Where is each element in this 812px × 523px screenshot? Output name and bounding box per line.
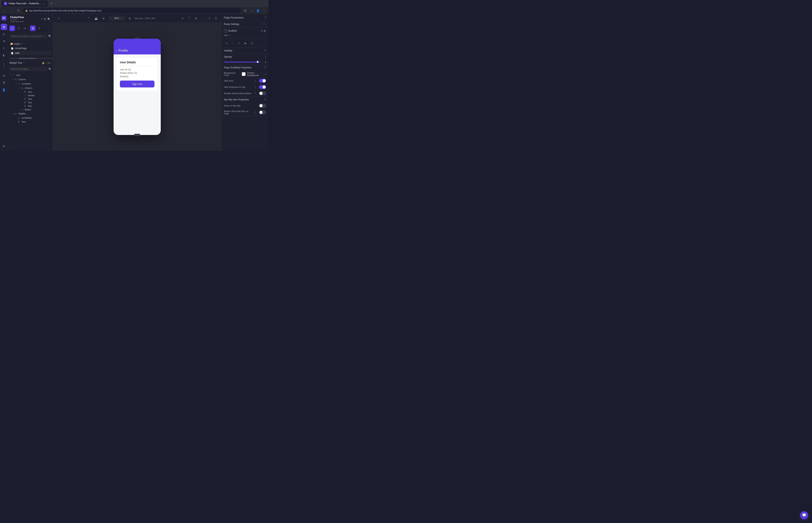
canvas-type-btn[interactable]: T — [206, 15, 212, 21]
widget-search-input[interactable] — [10, 67, 47, 71]
tree-item-text-appbar[interactable]: T Text — [8, 120, 53, 124]
search-input[interactable] — [10, 34, 47, 39]
tree-item-text-4[interactable]: T Text — [8, 104, 53, 108]
play-icon-btn[interactable]: ▶ — [243, 40, 248, 46]
tree-link-btn-iconbtn[interactable]: ↗ — [48, 116, 51, 120]
scaffold-copy-icon[interactable]: ⊡ — [261, 30, 263, 32]
grid-icon-btn[interactable]: ⊡ — [249, 40, 254, 46]
address-bar[interactable]: 🔒 app.flutterflow.io/project/flutter-flo… — [23, 8, 241, 13]
pages-help-icon[interactable]: ? — [21, 43, 22, 45]
fit-screen-btn[interactable]: ⊞ — [127, 15, 133, 21]
tree-add-btn-user[interactable]: + — [44, 73, 48, 77]
tree-add-btn-col2[interactable]: + — [44, 87, 48, 90]
tree-item-column-2[interactable]: ▼ ⊟ Column + − — [8, 86, 53, 90]
add-widget-icon[interactable]: + — [46, 62, 47, 64]
pages-icon[interactable]: ◫ — [1, 31, 7, 37]
safe-area-toggle[interactable] — [259, 79, 266, 83]
scaffold-delete-icon[interactable]: 🗑 — [264, 30, 266, 32]
new-tab-button[interactable]: + — [49, 1, 54, 6]
phone-back-icon[interactable]: ‹ — [116, 49, 117, 52]
mobile-device-btn[interactable]: 📱 — [86, 15, 92, 21]
panel-btn-3[interactable]: ◔ — [22, 25, 28, 31]
disable-android-toggle[interactable] — [259, 91, 266, 95]
page-parameters-help[interactable]: ? — [265, 16, 266, 19]
extensions-button[interactable]: ⊞ — [242, 8, 248, 13]
desktop-device-btn[interactable]: 🖥 — [101, 15, 107, 21]
tab-close-button[interactable]: × — [42, 2, 46, 5]
zoom-out-btn[interactable]: − — [110, 16, 113, 20]
tablet-device-btn[interactable]: 💻 — [93, 15, 99, 21]
tree-item-text-1[interactable]: T Text — [8, 90, 53, 94]
opacity-slider[interactable] — [224, 61, 260, 63]
scaffold-properties-header[interactable]: Page (Scaffold) Properties ? ˅ — [221, 65, 268, 71]
build-icon[interactable]: ⊞ — [1, 24, 7, 30]
sort-widget-icon[interactable]: ≡ — [50, 62, 51, 64]
canvas-content[interactable]: ‹ Profile User Details User ID: [1] Disp… — [53, 23, 221, 151]
list-icon-btn[interactable]: ≡ — [236, 40, 242, 46]
disable-android-help-icon[interactable]: ? — [255, 92, 256, 94]
nav-bar-header[interactable]: Nav Bar Item Properties ? ˅ — [221, 97, 268, 103]
properties-icon-btn[interactable]: ✦ — [224, 40, 229, 46]
show-nav-toggle[interactable] — [259, 104, 266, 108]
tree-add-btn-col1[interactable]: + — [44, 78, 48, 81]
widget-tree-icon[interactable]: ≡ — [1, 45, 7, 51]
profile-button[interactable]: 👤 — [255, 8, 260, 13]
route-settings-help-icon[interactable]: ? — [263, 23, 264, 25]
hide-keyboard-toggle[interactable] — [259, 85, 266, 89]
canvas-align-btn[interactable]: ↕ — [200, 15, 205, 21]
tree-more-btn-col1[interactable]: − — [48, 78, 51, 81]
settings-icon[interactable]: ⚙ — [1, 143, 7, 149]
phone-sign-out-btn[interactable]: Sign Out — [120, 80, 155, 87]
tree-item-button[interactable]: ▭ Button — [8, 108, 53, 111]
tree-item-user[interactable]: ▼ 📱 user + − — [8, 73, 53, 77]
canvas-expand-btn[interactable]: ⊡ — [213, 15, 219, 21]
always-show-nav-toggle[interactable] — [259, 110, 266, 114]
always-show-nav-help-icon[interactable]: ? — [255, 111, 256, 113]
collapse-panel-btn[interactable]: ◁ — [55, 15, 61, 21]
help-size-icon[interactable]: ? — [144, 17, 145, 19]
tree-more-btn-cont[interactable]: − — [48, 82, 51, 85]
hide-keyboard-help-icon[interactable]: ? — [255, 86, 256, 88]
more-button[interactable]: ⋮ — [261, 8, 267, 13]
more-widget-icon[interactable]: ⊞ — [48, 62, 49, 64]
tree-add-btn-cont[interactable]: + — [44, 82, 48, 85]
tree-add-btn-appbar[interactable]: + — [44, 112, 48, 115]
command-icon[interactable]: ⌘ — [43, 18, 46, 21]
panel-btn-2[interactable]: ◫ — [16, 25, 21, 31]
widget-tree-btn[interactable]: ≡ — [10, 25, 15, 31]
widget-tree-help[interactable]: ? — [23, 62, 24, 64]
safe-area-help-icon[interactable]: ? — [255, 80, 256, 82]
page-item-homepage[interactable]: 📄 HomePage — [10, 46, 51, 51]
tree-item-text-3[interactable]: T Text — [8, 101, 53, 104]
components-icon[interactable]: ◔ — [1, 38, 7, 44]
back-button[interactable]: ‹ — [2, 8, 7, 13]
visibility-header[interactable]: Visibility ? ˅ — [221, 48, 268, 54]
forward-button[interactable]: › — [8, 8, 14, 13]
phone-handle-bottom[interactable] — [134, 134, 140, 136]
search-header-icon[interactable]: 🔍 — [47, 18, 51, 21]
route-settings-row[interactable]: Route Settings ? › — [221, 21, 268, 27]
help-icon[interactable]: ? — [41, 18, 42, 21]
zoom-in-btn[interactable]: + — [120, 16, 124, 20]
panel-btn-5[interactable]: ⊡ — [36, 25, 42, 31]
tree-item-appbar[interactable]: ▼ ⊡ AppBar + − — [8, 111, 53, 116]
layout-icon-btn[interactable]: ↕ — [230, 40, 236, 46]
tree-item-container[interactable]: ▼ ▭ Container + − — [8, 82, 53, 86]
opacity-thumb[interactable] — [256, 61, 259, 63]
zoom-level[interactable]: 90% — [114, 17, 119, 20]
users-icon[interactable]: 👤 — [1, 87, 7, 93]
page-item-user[interactable]: 📄 user — [10, 51, 51, 55]
scaffold-edit-icon[interactable]: ✏ — [229, 34, 231, 36]
tree-item-column-1[interactable]: ▼ ⊟ Column + − — [8, 77, 53, 82]
integrations-icon[interactable]: ⊕ — [1, 72, 7, 79]
tree-item-iconbutton[interactable]: ⊙ IconButton ↗ — [8, 116, 53, 120]
active-tab[interactable]: FF Flutter Flow Auth – FlutterFlo... × — [2, 0, 48, 7]
bookmark-button[interactable]: ☆ — [249, 8, 254, 13]
opacity-help-icon[interactable]: ? — [265, 56, 266, 58]
data-icon[interactable]: 🗄 — [1, 79, 7, 86]
tree-more-btn-user[interactable]: − — [48, 73, 51, 77]
scrollbar[interactable] — [10, 58, 54, 59]
color-swatch[interactable] — [242, 72, 246, 76]
canvas-grid-btn[interactable]: ⊞ — [193, 15, 199, 21]
canvas-mobile-btn[interactable]: 📱 — [186, 15, 192, 21]
